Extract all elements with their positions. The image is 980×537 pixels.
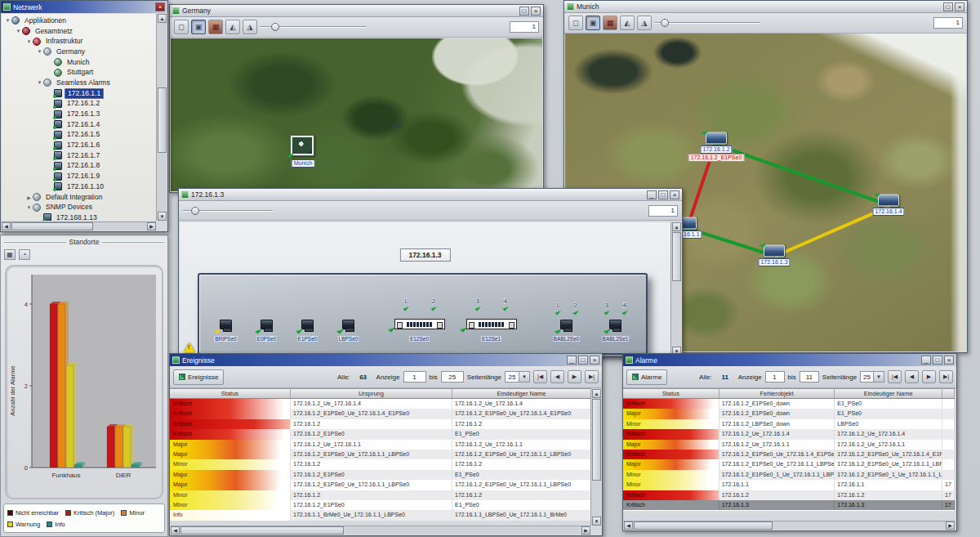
tree-item[interactable]: ▼Germany [2, 47, 156, 57]
table-row[interactable]: Major172.16.1.2_Ue_172.16.1.1172.16.1.2_… [170, 440, 591, 450]
site-node-munich[interactable] [290, 135, 314, 156]
scroll-left-icon[interactable]: ◀ [171, 526, 180, 535]
tree-expander-icon[interactable]: ▼ [36, 49, 43, 54]
scroll-right-icon[interactable]: ▶ [147, 222, 156, 230]
device-host[interactable]: E0PSe0 [253, 320, 281, 342]
first-page-button[interactable]: |◀ [888, 370, 902, 383]
device-host[interactable]: BABL2Se0 [553, 320, 581, 342]
tree-item[interactable]: 172.16.1.9 [2, 171, 156, 181]
tree-item[interactable]: ▼Infrastruktur [2, 36, 156, 47]
table-row[interactable]: Minor172.16.1.2_E1PSe0E1_PSe0 [170, 500, 591, 510]
scroll-up-icon[interactable]: ▲ [592, 389, 601, 398]
table-row[interactable]: Major172.16.1.2_E1PSe0_downE1_PSe0 [623, 409, 955, 418]
next-page-button[interactable]: ▶ [922, 370, 936, 383]
zoom-slider[interactable] [260, 22, 366, 32]
table-row[interactable]: Kritisch172.16.1.2172.16.1.217 [623, 490, 955, 500]
scroll-left-icon[interactable]: ◀ [2, 222, 11, 230]
restore-button[interactable]: □ [658, 190, 668, 199]
last-page-button[interactable]: ▶| [939, 370, 953, 383]
minimize-button[interactable]: _ [647, 190, 657, 199]
next-page-button[interactable]: ▶ [568, 370, 581, 383]
tree-item[interactable]: 172.16.1.5 [2, 130, 156, 141]
restore-button[interactable]: □ [933, 356, 942, 365]
network-node[interactable] [878, 195, 899, 207]
tree-expander-icon[interactable]: ▼ [25, 205, 33, 210]
tree-expander-icon[interactable]: ▶ [25, 195, 33, 200]
tree-item[interactable]: ▶Default Integration [2, 192, 156, 203]
last-page-button[interactable]: ▶| [585, 370, 599, 383]
alarms-tab-button[interactable]: Alarme [626, 369, 667, 385]
restore-button[interactable]: □ [943, 2, 953, 11]
close-button[interactable]: × [590, 356, 599, 365]
device-rack[interactable]: 34E12Se1 [462, 298, 521, 342]
table-row[interactable]: Kritisch172.16.1.2_Ue_172.16.1.4172.16.1… [170, 399, 591, 409]
port[interactable]: 3 [473, 298, 483, 311]
scroll-thumb[interactable] [11, 222, 93, 230]
scroll-thumb[interactable] [158, 87, 167, 153]
close-button[interactable]: × [155, 2, 165, 11]
germany-map[interactable]: Munich [171, 38, 542, 191]
zoom-out-button[interactable]: ◮ [243, 20, 257, 34]
zoom-in-button[interactable]: ◭ [225, 20, 240, 34]
scroll-left-icon[interactable]: ◀ [624, 521, 633, 530]
scroll-down-icon[interactable]: ▼ [158, 212, 167, 221]
scroll-right-icon[interactable]: ▶ [581, 526, 590, 535]
table-row[interactable]: Major172.16.1.2_E1PSe0_Ue_172.16.1.1_LBP… [170, 480, 591, 490]
tree-titlebar[interactable]: Netzwerk × [1, 1, 167, 13]
tree-horizontal-scrollbar[interactable]: ◀ ▶ [2, 222, 156, 230]
device-host[interactable]: BRIPSe0 [212, 320, 240, 342]
column-header[interactable]: Ursprung [291, 389, 452, 398]
device-host[interactable]: LBPSe0 [335, 320, 363, 342]
pagesize-combobox[interactable]: 25▼ [505, 371, 530, 383]
munich-titlebar[interactable]: Munich □ × [564, 1, 967, 13]
zoom-slider[interactable] [654, 18, 760, 28]
range-to-field[interactable]: 11 [800, 371, 819, 383]
table-row[interactable]: Kritisch172.16.1.2_E1PSe0_Ue_172.16.1.4_… [170, 409, 591, 418]
tree-item[interactable]: 172.16.1.1 [2, 88, 156, 99]
restore-button[interactable]: □ [578, 356, 588, 365]
first-page-button[interactable]: |◀ [533, 370, 547, 383]
tree-item[interactable]: 172.168.1.13 [2, 213, 156, 221]
port[interactable]: 4 [620, 302, 630, 315]
select-tool-button[interactable]: ◻ [174, 20, 189, 34]
table-row[interactable]: Major172.16.1.2_E1PSe0_Ue_172.16.1.1_LBP… [170, 450, 591, 459]
prev-page-button[interactable]: ◀ [905, 370, 919, 383]
column-header[interactable]: Eindeutiger Name [452, 389, 591, 398]
range-from-field[interactable]: 1 [403, 371, 426, 383]
tree-item[interactable]: 172.16.1.4 [2, 119, 156, 130]
table-row[interactable]: Minor172.16.1.2172.16.1.2 [170, 459, 591, 469]
column-header[interactable]: Status [623, 389, 719, 398]
column-header[interactable] [942, 389, 955, 398]
prev-page-button[interactable]: ◀ [550, 370, 564, 383]
tree-vertical-scrollbar[interactable]: ▲ ▼ [156, 14, 167, 221]
tree-item[interactable]: ▼SNMP Devices [2, 202, 156, 213]
link-4-to-3[interactable] [776, 207, 889, 256]
tree-expander-icon[interactable]: ▼ [4, 18, 11, 23]
device-vertical-scrollbar[interactable]: ▲ ▼ [670, 222, 681, 356]
scroll-down-icon[interactable]: ▼ [592, 517, 601, 526]
zoom-level-field[interactable]: 1 [510, 21, 539, 33]
layers-button[interactable]: ▦ [208, 20, 223, 34]
zoom-slider[interactable] [183, 206, 273, 216]
zoom-tool-button[interactable]: ▣ [586, 16, 600, 30]
range-from-field[interactable]: 1 [765, 371, 785, 383]
tree-item[interactable]: ▼Seamless Alarms [2, 78, 156, 88]
port[interactable]: 1 [401, 298, 411, 311]
scroll-thumb[interactable] [592, 399, 601, 481]
port[interactable]: 3 [602, 302, 612, 315]
table-row[interactable]: Minor172.16.1.2_E1PSe0_1_Ue_172.16.1.1_L… [623, 470, 955, 480]
close-button[interactable]: × [944, 356, 954, 365]
chart-view-button[interactable]: ◔ [19, 249, 30, 260]
table-row[interactable]: Kritisch172.16.1.2_E1PSe0_Ue_172.16.1.4_… [623, 450, 955, 459]
events-titlebar[interactable]: Ereignisse _ □ × [170, 354, 602, 366]
scroll-thumb[interactable] [672, 232, 681, 281]
germany-titlebar[interactable]: Germany □ × [170, 5, 543, 17]
table-row[interactable]: Minor172.16.1.2_LBPSe0_downLBPSe0 [623, 419, 955, 429]
alarms-horizontal-scrollbar[interactable]: ◀ ▶ [624, 521, 955, 530]
network-node[interactable] [764, 245, 785, 257]
table-row[interactable]: Major172.16.1.2_E1PSe0_Ue_172.16.1.1_LBP… [623, 459, 955, 469]
table-row[interactable]: Kritisch172.16.1.2_Ue_172.16.1.4172.16.1… [623, 429, 955, 439]
device-rack[interactable]: 12E12Se0 [390, 298, 449, 342]
tree-item[interactable]: 172.16.1.2 [2, 99, 156, 110]
zoom-tool-button[interactable]: ▣ [191, 20, 206, 34]
